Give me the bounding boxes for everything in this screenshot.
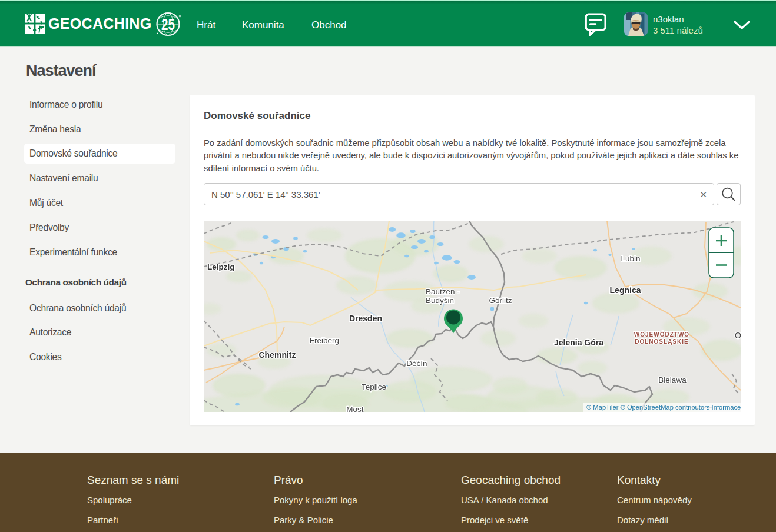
svg-text:Görlitz: Görlitz <box>489 296 512 305</box>
svg-text:Leipzig: Leipzig <box>207 262 235 271</box>
svg-text:Legnica: Legnica <box>610 285 641 295</box>
svg-text:Chemnitz: Chemnitz <box>259 350 296 360</box>
svg-text:Freiberg: Freiberg <box>310 336 339 345</box>
svg-text:DOLNOŚLĄSKIE: DOLNOŚLĄSKIE <box>635 338 688 345</box>
svg-text:Most: Most <box>346 405 364 412</box>
svg-text:Jelenia Góra: Jelenia Góra <box>554 338 603 347</box>
svg-text:Děčín: Děčín <box>406 359 427 368</box>
svg-text:Bielawa: Bielawa <box>658 375 687 384</box>
svg-text:WOJEWÓDZTWO: WOJEWÓDZTWO <box>634 331 689 338</box>
svg-text:Bautzen -: Bautzen - <box>426 287 460 296</box>
svg-text:Teplice: Teplice <box>362 383 386 391</box>
svg-text:Lubin: Lubin <box>621 254 640 263</box>
svg-text:25: 25 <box>161 16 175 34</box>
svg-text:Dresden: Dresden <box>349 314 382 323</box>
svg-text:Budyšin: Budyšin <box>426 296 454 305</box>
svg-text:© MapTiler © OpenStreetMap con: © MapTiler © OpenStreetMap contributors … <box>586 404 741 411</box>
svg-text:Oleśnica: Oleśnica <box>735 331 741 340</box>
